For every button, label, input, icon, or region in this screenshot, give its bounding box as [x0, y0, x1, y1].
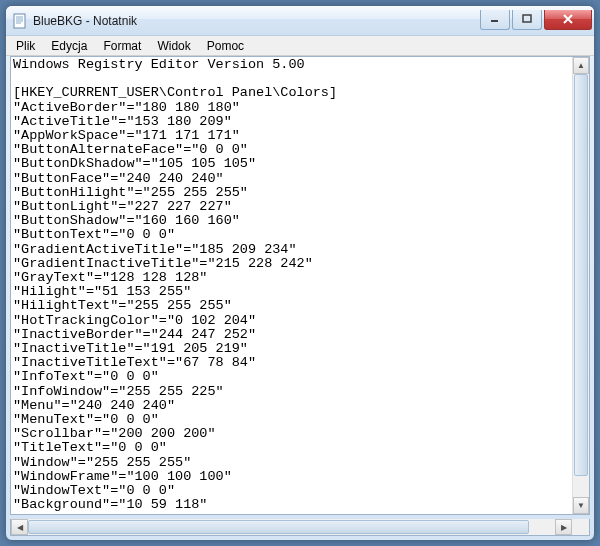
maximize-button[interactable] — [512, 10, 542, 30]
maximize-icon — [522, 14, 532, 24]
title-bar[interactable]: BlueBKG - Notatnik — [6, 6, 594, 36]
minimize-button[interactable] — [480, 10, 510, 30]
hscroll-track[interactable] — [28, 519, 555, 535]
vertical-scrollbar[interactable]: ▲ ▼ — [572, 57, 589, 514]
vscroll-track[interactable] — [573, 74, 589, 497]
menu-plik[interactable]: Plik — [8, 37, 43, 55]
scroll-left-button[interactable]: ◀ — [11, 519, 28, 535]
menu-format[interactable]: Format — [95, 37, 149, 55]
menu-bar: Plik Edycja Format Widok Pomoc — [6, 36, 594, 56]
text-editor[interactable]: Windows Registry Editor Version 5.00 [HK… — [11, 57, 572, 514]
vscroll-thumb[interactable] — [574, 74, 588, 476]
close-button[interactable] — [544, 10, 592, 30]
horizontal-scrollbar[interactable]: ◀ ▶ — [10, 519, 590, 536]
menu-edycja[interactable]: Edycja — [43, 37, 95, 55]
notepad-icon — [12, 13, 28, 29]
hscroll-thumb[interactable] — [28, 520, 529, 534]
scroll-down-button[interactable]: ▼ — [573, 497, 589, 514]
svg-rect-6 — [523, 15, 531, 22]
window-controls — [480, 10, 592, 30]
minimize-icon — [490, 14, 500, 24]
content-area: Windows Registry Editor Version 5.00 [HK… — [10, 56, 590, 515]
window-title: BlueBKG - Notatnik — [33, 14, 480, 28]
menu-pomoc[interactable]: Pomoc — [199, 37, 252, 55]
scroll-right-button[interactable]: ▶ — [555, 519, 572, 535]
menu-widok[interactable]: Widok — [149, 37, 198, 55]
close-icon — [562, 14, 574, 24]
notepad-window: BlueBKG - Notatnik Plik Edycja Format Wi… — [5, 5, 595, 541]
scroll-up-button[interactable]: ▲ — [573, 57, 589, 74]
resize-grip[interactable] — [572, 519, 589, 535]
